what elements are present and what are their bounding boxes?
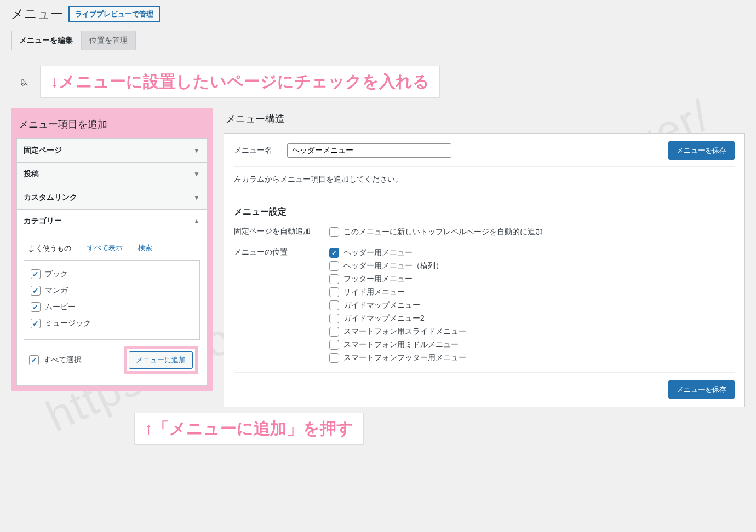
position-label-text: ヘッダー用メニュー xyxy=(343,248,413,258)
item-label: ブック xyxy=(45,269,68,279)
checkbox-position-2[interactable] xyxy=(329,274,339,284)
chevron-down-icon: ▼ xyxy=(193,194,200,201)
position-label-text: スマートフォンフッター用メニュー xyxy=(343,353,466,363)
menu-settings-heading: メニュー設定 xyxy=(234,206,735,218)
panel-bottom: メニューを保存 xyxy=(234,372,735,399)
tab-bar: メニューを編集 位置を管理 xyxy=(11,31,745,50)
checkbox-book[interactable] xyxy=(31,269,41,279)
opt-row: ガイドマップメニュー xyxy=(329,299,735,312)
add-to-menu-button[interactable]: メニューに追加 xyxy=(129,351,193,369)
chevron-down-icon: ▼ xyxy=(193,170,200,178)
chevron-up-icon: ▲ xyxy=(193,217,200,225)
checkbox-position-4[interactable] xyxy=(329,300,339,310)
accordion-posts-label: 投稿 xyxy=(24,169,39,179)
manage-live-preview-button[interactable]: ライブプレビューで管理 xyxy=(68,6,160,22)
category-checklist: ブック マンガ ムービー ミュージック xyxy=(24,260,200,340)
page-title: メニュー xyxy=(11,5,63,22)
select-all-row: すべて選択 xyxy=(28,352,83,368)
item-label: ムービー xyxy=(45,302,76,312)
save-menu-button-top[interactable]: メニューを保存 xyxy=(668,141,735,160)
subtab-search[interactable]: 検索 xyxy=(134,240,157,257)
tab-edit-menu[interactable]: メニューを編集 xyxy=(11,31,81,50)
opt-row: スマートフォン用スライドメニュー xyxy=(329,325,735,338)
opt-row: ガイドマップメニュー2 xyxy=(329,312,735,325)
opt-row: スマートフォン用ミドルメニュー xyxy=(329,338,735,351)
checkbox-position-1[interactable] xyxy=(329,261,339,271)
annotation-bottom: ↑「メニューに追加」を押す xyxy=(134,413,364,445)
auto-add-desc: このメニューに新しいトップレベルページを自動的に追加 xyxy=(343,227,543,237)
accordion-custom-label: カスタムリンク xyxy=(24,193,77,203)
left-column: メニュー項目を追加 固定ページ ▼ 投稿 ▼ カスタムリンク ▼ カテゴリー ▲ xyxy=(11,108,213,407)
tab-manage-locations[interactable]: 位置を管理 xyxy=(81,31,136,50)
opt-row: スマートフォンフッター用メニュー xyxy=(329,351,735,365)
annotation-bottom-row: ↑「メニューに追加」を押す xyxy=(134,413,745,445)
menu-name-input[interactable] xyxy=(287,143,451,158)
auto-add-label: 固定ページを自動追加 xyxy=(234,225,316,236)
subtabs: よく使うもの すべて表示 検索 xyxy=(24,240,200,257)
empty-note: 左カラムからメニュー項目を追加してください。 xyxy=(234,175,735,184)
position-label-text: スマートフォン用ミドルメニュー xyxy=(343,340,459,350)
opt-row: ヘッダー用メニュー（横列） xyxy=(329,259,735,273)
chevron-down-icon: ▼ xyxy=(193,147,200,154)
annotation-top-row: 以 ↓メニューに設置したいページにチェックを入れる xyxy=(30,66,745,98)
position-row: メニューの位置 ヘッダー用メニューヘッダー用メニュー（横列）フッター用メニューサ… xyxy=(234,246,735,365)
accordion-categories-label: カテゴリー xyxy=(24,216,62,226)
position-label-text: ガイドマップメニュー2 xyxy=(343,314,425,323)
position-label-text: サイド用メニュー xyxy=(343,287,405,297)
accordion-pages-label: 固定ページ xyxy=(24,146,62,155)
accordion-posts[interactable]: 投稿 ▼ xyxy=(17,163,207,186)
page-header: メニュー ライブプレビューで管理 xyxy=(11,5,745,22)
list-item: マンガ xyxy=(30,282,194,299)
subtab-all[interactable]: すべて表示 xyxy=(83,240,127,257)
menu-panel: メニュー名 メニューを保存 左カラムからメニュー項目を追加してください。 メニュ… xyxy=(224,133,745,407)
accordion-custom-links[interactable]: カスタムリンク ▼ xyxy=(17,186,207,210)
opt-row: このメニューに新しいトップレベルページを自動的に追加 xyxy=(329,225,735,239)
item-label: ミュージック xyxy=(45,319,91,328)
checkbox-movie[interactable] xyxy=(31,302,41,312)
add-items-heading: メニュー項目を追加 xyxy=(19,118,207,131)
accordion: 固定ページ ▼ 投稿 ▼ カスタムリンク ▼ カテゴリー ▲ xyxy=(16,138,207,386)
accordion-footer: すべて選択 メニューに追加 xyxy=(24,340,200,380)
checkbox-position-0[interactable] xyxy=(329,248,339,258)
checkbox-position-3[interactable] xyxy=(329,287,339,297)
save-menu-button-bottom[interactable]: メニューを保存 xyxy=(668,380,735,399)
checkbox-manga[interactable] xyxy=(31,286,41,296)
position-label: メニューの位置 xyxy=(234,246,316,257)
subtab-frequent[interactable]: よく使うもの xyxy=(24,240,76,257)
highlight-box-left: メニュー項目を追加 固定ページ ▼ 投稿 ▼ カスタムリンク ▼ カテゴリー ▲ xyxy=(11,108,213,391)
checkbox-position-7[interactable] xyxy=(329,340,339,350)
checkbox-auto-add[interactable] xyxy=(329,227,339,237)
position-label-text: フッター用メニュー xyxy=(343,274,413,284)
intro-prefix: 以 xyxy=(20,78,28,86)
auto-add-options: このメニューに新しいトップレベルページを自動的に追加 xyxy=(329,225,735,239)
list-item: ムービー xyxy=(30,299,194,315)
position-label-text: ヘッダー用メニュー（横列） xyxy=(343,261,443,271)
opt-row: フッター用メニュー xyxy=(329,273,735,286)
menu-structure-heading: メニュー構造 xyxy=(226,112,745,125)
select-all-label: すべて選択 xyxy=(43,355,82,365)
item-label: マンガ xyxy=(45,286,68,296)
opt-row: ヘッダー用メニュー xyxy=(329,246,735,259)
list-item: ミュージック xyxy=(30,315,194,332)
annotation-top: ↓メニューに設置したいページにチェックを入れる xyxy=(40,66,440,98)
opt-row: サイド用メニュー xyxy=(329,286,735,299)
right-column: メニュー構造 メニュー名 メニューを保存 左カラムからメニュー項目を追加してくだ… xyxy=(224,108,745,407)
accordion-categories[interactable]: カテゴリー ▲ xyxy=(17,210,207,233)
position-label-text: スマートフォン用スライドメニュー xyxy=(343,327,466,337)
auto-add-row: 固定ページを自動追加 このメニューに新しいトップレベルページを自動的に追加 xyxy=(234,225,735,239)
checkbox-select-all[interactable] xyxy=(29,355,39,365)
menu-name-label: メニュー名 xyxy=(234,146,280,155)
checkbox-music[interactable] xyxy=(31,319,41,328)
accordion-pages[interactable]: 固定ページ ▼ xyxy=(17,139,207,163)
checkbox-position-8[interactable] xyxy=(329,353,339,363)
checkbox-position-6[interactable] xyxy=(329,327,339,337)
checkbox-position-5[interactable] xyxy=(329,314,339,323)
accordion-categories-body: よく使うもの すべて表示 検索 ブック マンガ xyxy=(17,233,207,385)
list-item: ブック xyxy=(30,266,194,282)
position-options: ヘッダー用メニューヘッダー用メニュー（横列）フッター用メニューサイド用メニューガ… xyxy=(329,246,735,365)
position-label-text: ガイドマップメニュー xyxy=(343,300,420,310)
panel-header-row: メニュー名 メニューを保存 xyxy=(234,141,735,167)
menu-name-row: メニュー名 xyxy=(234,143,451,158)
highlight-box-add-button: メニューに追加 xyxy=(124,346,198,374)
